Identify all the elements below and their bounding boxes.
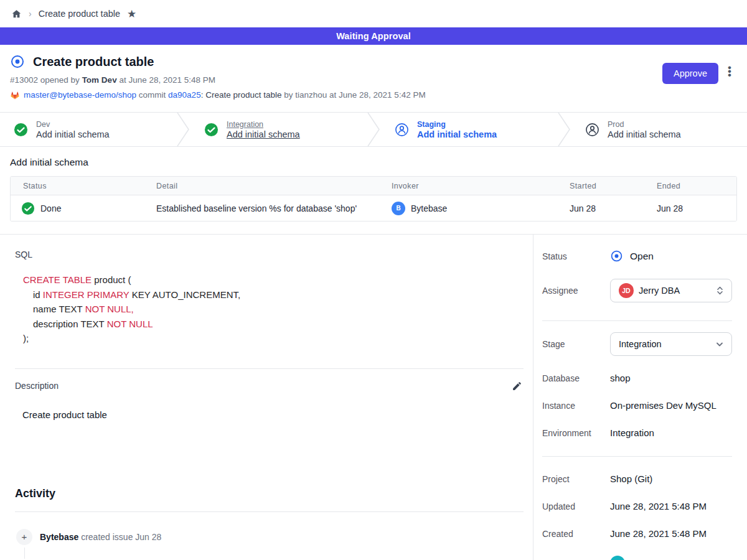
- task-status-text: Done: [40, 203, 61, 213]
- check-circle-icon: [21, 202, 35, 215]
- status-value: Open: [610, 250, 732, 263]
- issue-opened-at: at June 28, 2021 5:48 PM: [119, 75, 215, 85]
- activity-action: created issue Jun 28: [81, 532, 161, 542]
- creator-value: TD Tom Dev: [610, 556, 732, 560]
- col-detail: Detail: [156, 182, 392, 190]
- divider: [542, 320, 732, 321]
- approval-banner-text: Waiting Approval: [336, 31, 411, 41]
- database-value: shop: [610, 373, 732, 383]
- assignee-label: Assignee: [542, 286, 610, 296]
- gitlab-icon: [10, 90, 20, 100]
- assignee-value: Jerry DBA: [639, 286, 711, 296]
- stage-dev[interactable]: Dev Add initial schema: [0, 113, 176, 146]
- stage-select[interactable]: Integration: [610, 332, 732, 356]
- task-detail-cell: Established baseline version %s for data…: [156, 203, 392, 213]
- status-label: Status: [542, 251, 610, 261]
- task-invoker-cell: B Bytebase: [392, 202, 570, 215]
- project-label: Project: [542, 474, 610, 484]
- col-status: Status: [11, 182, 156, 190]
- approval-banner: Waiting Approval: [0, 27, 747, 45]
- avatar: TD: [610, 556, 625, 560]
- stage-prod[interactable]: Prod Add initial schema: [571, 113, 747, 146]
- updated-value: June 28, 2021 5:48 PM: [610, 501, 732, 511]
- task-ended-cell: Jun 28: [657, 203, 736, 213]
- stage-task-label: Add initial schema: [417, 129, 497, 139]
- assignee-select[interactable]: JD Jerry DBA: [610, 279, 732, 302]
- updown-chevron-icon: [716, 286, 724, 296]
- pencil-icon: [512, 381, 522, 391]
- task-started-cell: Jun 28: [570, 203, 657, 213]
- table-row: Done Established baseline version %s for…: [11, 195, 736, 221]
- divider: [542, 456, 732, 457]
- sql-label: SQL: [15, 250, 524, 259]
- vcs-commit-hash-link[interactable]: da90a25: [168, 90, 201, 100]
- stage-task-label: Add initial schema: [608, 129, 681, 139]
- stage-task-link[interactable]: Add initial schema: [227, 129, 300, 139]
- approve-button[interactable]: Approve: [662, 63, 718, 84]
- chevron-right-icon: ›: [29, 9, 32, 19]
- activity-actor: Bytebase: [40, 532, 78, 542]
- person-circle-icon: [395, 123, 409, 137]
- sql-code-block: CREATE TABLE product (id INTEGER PRIMARY…: [23, 273, 524, 346]
- environment-label: Environment: [542, 428, 610, 438]
- issue-header: Create product table #13002 opened by To…: [0, 45, 747, 112]
- col-started: Started: [570, 182, 657, 190]
- stage-env-label: Staging: [417, 120, 497, 129]
- activity-item: + Bytebase created issue Jun 28: [15, 529, 524, 545]
- stage-separator: [176, 113, 190, 146]
- updated-label: Updated: [542, 502, 610, 511]
- issue-author: Tom Dev: [82, 75, 117, 85]
- stage-task-label: Add initial schema: [36, 129, 110, 139]
- col-invoker: Invoker: [392, 182, 570, 190]
- vcs-commit-message: : Create product table: [201, 90, 282, 100]
- breadcrumb-current-page[interactable]: Create product table: [39, 9, 120, 19]
- stage-staging-current[interactable]: Staging Add initial schema: [381, 113, 557, 146]
- home-icon[interactable]: [11, 9, 22, 19]
- issue-id: #13002 opened by: [10, 75, 80, 85]
- edit-description-button[interactable]: [510, 380, 524, 393]
- divider: [15, 368, 524, 369]
- check-circle-icon: [14, 123, 28, 137]
- issue-sidebar: Status Open Assignee JD Jerry DBA Stage: [533, 235, 747, 560]
- check-circle-icon: [204, 123, 218, 137]
- stage-integration[interactable]: Integration Add initial schema: [190, 113, 366, 146]
- stage-env-label: Dev: [36, 120, 110, 129]
- created-value: June 28, 2021 5:48 PM: [610, 528, 732, 539]
- more-options-icon[interactable]: •••: [725, 65, 735, 76]
- task-section-title: Add initial schema: [10, 157, 737, 168]
- created-label: Created: [542, 529, 610, 539]
- col-ended: Ended: [657, 182, 736, 190]
- instance-value: On-premises Dev MySQL: [610, 400, 732, 411]
- vcs-commit-line: master@bytebase-demo/shop commit da90a25…: [10, 90, 737, 100]
- task-status-cell: Done: [11, 202, 156, 215]
- database-label: Database: [542, 373, 610, 383]
- status-open-icon: [610, 250, 623, 263]
- plus-circle-icon: +: [16, 529, 32, 545]
- stage-select-label: Stage: [542, 339, 610, 349]
- issue-meta: #13002 opened by Tom Dev at June 28, 202…: [10, 75, 737, 85]
- avatar: B: [392, 202, 405, 215]
- stage-select-value: Integration: [619, 339, 710, 349]
- stage-separator: [557, 113, 571, 146]
- description-content: Create product table: [22, 409, 524, 420]
- timeline-connector: [24, 548, 25, 559]
- page-title: Create product table: [33, 55, 154, 69]
- issue-open-icon: [10, 54, 25, 69]
- task-table-header: Status Detail Invoker Started Ended: [11, 177, 736, 195]
- pipeline: Dev Add initial schema Integration Add i…: [0, 112, 747, 147]
- stage-separator: [366, 113, 381, 146]
- invoker-name: Bytebase: [411, 203, 447, 213]
- task-section: Add initial schema Status Detail Invoker…: [0, 147, 747, 234]
- favorite-star-icon[interactable]: ★: [127, 9, 136, 19]
- chevron-down-icon: [715, 340, 724, 348]
- person-circle-icon: [585, 123, 599, 137]
- vcs-branch-link[interactable]: master@bytebase-demo/shop: [24, 90, 136, 100]
- breadcrumb: › Create product table ★: [0, 0, 747, 27]
- stage-env-link[interactable]: Integration: [227, 120, 300, 129]
- instance-label: Instance: [542, 401, 610, 411]
- activity-title: Activity: [15, 487, 524, 500]
- creator-name: Tom Dev: [631, 558, 667, 560]
- task-table: Status Detail Invoker Started Ended Done…: [10, 176, 737, 222]
- issue-body: SQL CREATE TABLE product (id INTEGER PRI…: [0, 234, 747, 560]
- avatar: JD: [619, 283, 634, 298]
